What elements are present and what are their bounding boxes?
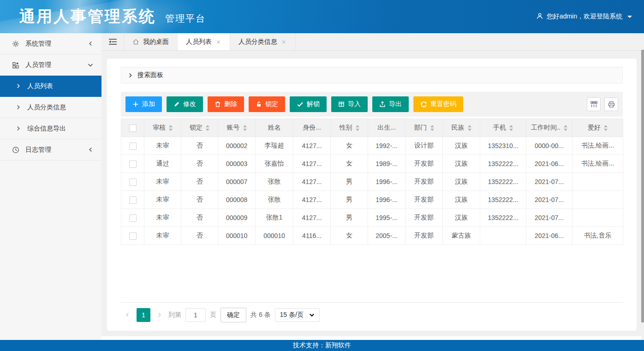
search-panel-toggle[interactable]: 搜索面板 bbox=[121, 67, 623, 83]
table-icon bbox=[338, 101, 345, 107]
sort-icon[interactable] bbox=[206, 123, 209, 133]
row-checkbox[interactable] bbox=[129, 214, 137, 222]
导出-button[interactable]: 导出 bbox=[372, 96, 409, 112]
print-tool-button[interactable] bbox=[604, 97, 618, 111]
body-row: 系统管理人员管理人员列表人员分类信息综合信息导出日志管理 我的桌面人员列表×人员… bbox=[0, 33, 644, 340]
table-body: 未审否000002李瑞超4127...女1992-...设计部汉族1352310… bbox=[121, 137, 623, 245]
删除-button[interactable]: 删除 bbox=[208, 96, 244, 112]
page-size-select[interactable]: 15 条/页 bbox=[275, 308, 320, 322]
column-header-爱好[interactable]: 爱好 bbox=[572, 119, 623, 137]
tabs: 我的桌面人员列表×人员分类信息× bbox=[124, 33, 296, 50]
table-cell: 000002 bbox=[218, 137, 256, 155]
修改-button[interactable]: 修改 bbox=[167, 96, 203, 112]
导入-button[interactable]: 导入 bbox=[331, 96, 368, 112]
select-all-checkbox[interactable] bbox=[129, 125, 137, 132]
sidebar-item-人员管理[interactable]: 人员管理 bbox=[0, 54, 101, 76]
table-cell: 4127... bbox=[293, 191, 331, 209]
table-cell: 2021-07... bbox=[526, 191, 572, 209]
table-cell: 开发部 bbox=[405, 155, 443, 173]
goto-page-input[interactable] bbox=[185, 308, 206, 322]
column-header-民族[interactable]: 民族 bbox=[443, 119, 480, 137]
chevron-down-icon bbox=[309, 312, 315, 318]
sort-icon[interactable] bbox=[243, 123, 247, 133]
column-header-出生...[interactable]: 出生... bbox=[368, 119, 405, 137]
row-checkbox[interactable] bbox=[129, 196, 137, 204]
tab-人员列表[interactable]: 人员列表× bbox=[178, 33, 230, 50]
row-checkbox[interactable] bbox=[129, 232, 137, 240]
close-icon[interactable]: × bbox=[281, 37, 287, 46]
refresh-icon bbox=[420, 101, 427, 108]
row-checkbox-cell bbox=[121, 137, 144, 155]
table-row: 未审否0000100000104116...女2005-...开发部蒙古族202… bbox=[121, 227, 623, 245]
table-cell: 开发部 bbox=[405, 209, 443, 227]
sort-icon[interactable] bbox=[430, 123, 434, 133]
user-menu[interactable]: 您好admin，欢迎登陆系统 bbox=[536, 12, 632, 21]
row-checkbox[interactable] bbox=[129, 161, 137, 168]
sidebar-item-label: 系统管理 bbox=[25, 40, 51, 48]
prev-page-button[interactable] bbox=[123, 312, 132, 317]
table-cell: 书法,绘画... bbox=[572, 155, 623, 173]
column-header-账号[interactable]: 账号 bbox=[218, 119, 256, 137]
sort-icon[interactable] bbox=[564, 123, 567, 133]
sort-icon[interactable] bbox=[604, 123, 608, 133]
columns-tool-button[interactable] bbox=[587, 97, 601, 111]
tab-我的桌面[interactable]: 我的桌面 bbox=[124, 33, 178, 50]
tab-人员分类信息[interactable]: 人员分类信息× bbox=[230, 33, 296, 50]
tab-label: 人员列表 bbox=[186, 38, 212, 46]
chevron-right-icon bbox=[16, 126, 21, 131]
table-cell: 2005-... bbox=[368, 227, 405, 245]
current-page-button[interactable]: 1 bbox=[137, 308, 150, 322]
collapse-menu-button[interactable] bbox=[101, 33, 124, 50]
添加-button[interactable]: 添加 bbox=[125, 96, 162, 112]
sort-icon[interactable] bbox=[356, 123, 359, 133]
columns-icon bbox=[590, 101, 598, 108]
table-cell bbox=[572, 209, 623, 227]
plus-icon bbox=[132, 101, 139, 107]
锁定-button[interactable]: 锁定 bbox=[249, 96, 285, 112]
column-header-身份...[interactable]: 身份... bbox=[293, 119, 331, 137]
sidebar-item-label: 人员列表 bbox=[27, 82, 53, 90]
main-area: 我的桌面人员列表×人员分类信息× 搜索面板 添加修改删除锁定解锁导入导出重置密码… bbox=[101, 33, 644, 340]
column-header-性别[interactable]: 性别 bbox=[331, 119, 368, 137]
user-greeting: 您好admin，欢迎登陆系统 bbox=[547, 12, 622, 21]
sidebar-item-综合信息导出[interactable]: 综合信息导出 bbox=[0, 118, 101, 139]
row-checkbox[interactable] bbox=[129, 178, 137, 186]
column-header-锁定[interactable]: 锁定 bbox=[181, 119, 218, 137]
sidebar-item-人员分类信息[interactable]: 人员分类信息 bbox=[0, 97, 101, 118]
sidebar-item-日志管理[interactable]: 日志管理 bbox=[0, 139, 101, 161]
confirm-page-button[interactable]: 确定 bbox=[221, 308, 246, 322]
check-icon bbox=[297, 101, 304, 107]
app-header: 通用人事管理系统 管理平台 您好admin，欢迎登陆系统 bbox=[0, 0, 644, 33]
close-icon[interactable]: × bbox=[215, 37, 221, 46]
app-window: 通用人事管理系统 管理平台 您好admin，欢迎登陆系统 系统管理人员管理人员列… bbox=[0, 0, 644, 351]
table-cell: 张散 bbox=[256, 191, 293, 209]
sort-icon[interactable] bbox=[169, 123, 173, 133]
column-header-手机[interactable]: 手机 bbox=[480, 119, 526, 137]
table-cell: 否 bbox=[181, 155, 218, 173]
next-page-button[interactable] bbox=[155, 312, 164, 317]
sidebar-item-label: 日志管理 bbox=[25, 146, 51, 154]
sidebar-item-人员列表[interactable]: 人员列表 bbox=[0, 76, 101, 97]
重置密码-button[interactable]: 重置密码 bbox=[413, 96, 463, 112]
table-cell: 汉族 bbox=[443, 209, 480, 227]
sort-icon[interactable] bbox=[468, 123, 471, 133]
table-cell: 000010 bbox=[256, 227, 293, 245]
column-header-姓名[interactable]: 姓名 bbox=[256, 119, 293, 137]
row-checkbox[interactable] bbox=[129, 143, 137, 150]
button-label: 导入 bbox=[348, 100, 361, 108]
table-row: 未审否000008张散4127...男1996-...开发部汉族1352222.… bbox=[121, 191, 623, 209]
scrollbar-thumb[interactable] bbox=[641, 50, 644, 322]
chevron-right-icon bbox=[128, 73, 133, 78]
解锁-button[interactable]: 解锁 bbox=[290, 96, 327, 112]
scrollbar-track[interactable] bbox=[641, 50, 644, 340]
column-header-审核[interactable]: 审核 bbox=[144, 119, 181, 137]
lock-icon bbox=[256, 101, 262, 107]
trash-icon bbox=[215, 101, 221, 107]
table-cell: 1989-... bbox=[368, 155, 405, 173]
column-header-部门[interactable]: 部门 bbox=[405, 119, 443, 137]
sidebar-item-label: 人员管理 bbox=[25, 61, 51, 69]
sort-icon[interactable] bbox=[509, 123, 513, 133]
table-cell: 设计部 bbox=[405, 137, 443, 155]
column-header-工作时间..[interactable]: 工作时间.. bbox=[526, 119, 572, 137]
sidebar-item-系统管理[interactable]: 系统管理 bbox=[0, 33, 101, 54]
